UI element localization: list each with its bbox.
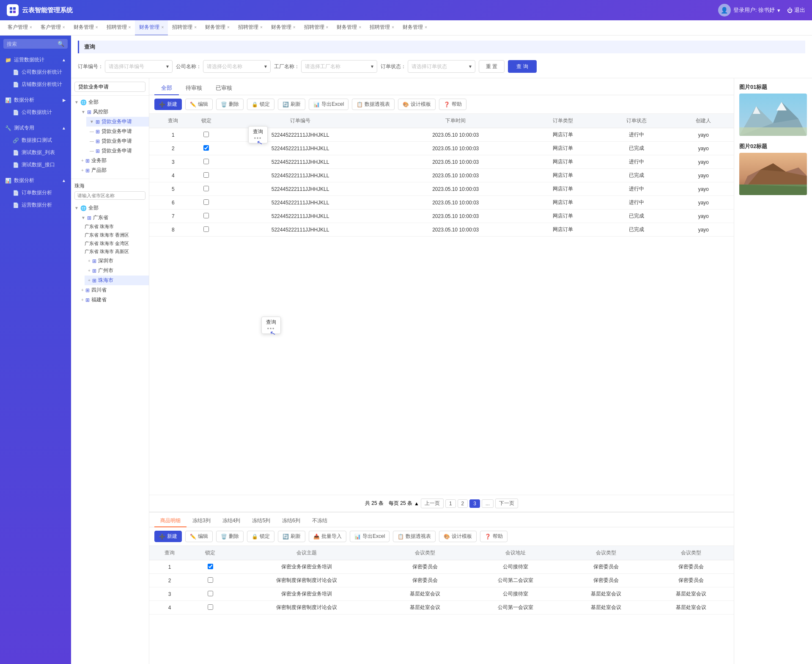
sidebar-item-order-analysis[interactable]: 📄 订单数据分析 bbox=[0, 187, 71, 199]
help-button[interactable]: ❓ 帮助 bbox=[439, 99, 466, 110]
tab-close-10[interactable]: × bbox=[359, 25, 361, 30]
search-button[interactable]: 查 询 bbox=[508, 60, 536, 73]
expand-icon-loan-2[interactable]: — bbox=[90, 129, 94, 134]
tree-node-zhuhai[interactable]: + ⊞ 珠海市 bbox=[85, 276, 149, 285]
data-tab-pending[interactable]: 待审核 bbox=[179, 82, 209, 95]
lock-button[interactable]: 🔒 锁定 bbox=[247, 99, 274, 110]
detail-refresh-button[interactable]: 🔄 刷新 bbox=[278, 531, 305, 542]
expand-icon-loan-4[interactable]: — bbox=[90, 149, 94, 153]
tab-close-9[interactable]: × bbox=[326, 25, 329, 30]
checkbox-5[interactable] bbox=[203, 186, 209, 191]
location-input[interactable] bbox=[74, 191, 145, 200]
expand-icon-fujian[interactable]: + bbox=[81, 298, 84, 302]
expand-icon-shenzhen[interactable]: + bbox=[88, 259, 91, 263]
tab-item-11[interactable]: 招聘管理 × bbox=[365, 20, 398, 36]
td-lock-3[interactable] bbox=[197, 155, 216, 169]
td-status-3[interactable]: 进行中 bbox=[600, 155, 673, 169]
td-status-4[interactable]: 已完成 bbox=[600, 169, 673, 182]
tab-item-2[interactable]: 财务管理 × bbox=[69, 20, 102, 36]
expand-icon-loan-3[interactable]: — bbox=[90, 139, 94, 143]
dtr-checkbox-2[interactable] bbox=[208, 577, 213, 583]
dtr-lock-4[interactable] bbox=[190, 601, 230, 614]
tab-close-2[interactable]: × bbox=[96, 25, 98, 30]
dtr-lock-1[interactable] bbox=[190, 560, 230, 574]
sidebar-group-header-test[interactable]: 🔧 测试专用 ▲ bbox=[0, 122, 71, 134]
td-lock-5[interactable] bbox=[197, 182, 216, 196]
sidebar-search-box[interactable]: 🔍 bbox=[3, 39, 68, 49]
detail-export-button[interactable]: 📊 导出Excel bbox=[350, 531, 390, 542]
tree-node-loan-2[interactable]: — ⊞ 贷款业务申请 bbox=[86, 127, 149, 136]
sidebar-search-input[interactable] bbox=[7, 41, 56, 47]
tab-item-4[interactable]: 财务管理 × bbox=[135, 20, 168, 36]
expand-icon-all-2[interactable]: ▼ bbox=[74, 206, 79, 210]
detail-new-button[interactable]: ➕ 新建 bbox=[154, 531, 182, 542]
logout-button[interactable]: ⏻ 退出 bbox=[787, 6, 805, 14]
tree-node-guangzhou[interactable]: + ⊞ 广州市 bbox=[85, 266, 149, 276]
expand-icon-guangzhou[interactable]: + bbox=[88, 268, 91, 273]
checkbox-8[interactable] bbox=[203, 226, 209, 232]
tab-item-5[interactable]: 招聘管理 × bbox=[168, 20, 201, 36]
new-button[interactable]: ➕ 新建 bbox=[154, 99, 182, 110]
delete-button[interactable]: 🗑️ 删除 bbox=[216, 99, 244, 110]
detail-design-button[interactable]: 🎨 设计模板 bbox=[439, 531, 477, 542]
tree-node-product[interactable]: + ⊞ 产品部 bbox=[78, 165, 149, 175]
tab-item-7[interactable]: 招聘管理 × bbox=[234, 20, 267, 36]
td-lock-7[interactable] bbox=[197, 209, 216, 223]
order-no-select[interactable]: 请选择订单编号 ▾ bbox=[105, 60, 173, 73]
expand-icon-loan-1[interactable]: ▼ bbox=[90, 119, 94, 124]
sidebar-item-company-data[interactable]: 📄 公司数据统计 bbox=[0, 106, 71, 118]
factory-select[interactable]: 请选择工厂名称 ▾ bbox=[301, 60, 377, 73]
tab-close-12[interactable]: × bbox=[425, 25, 427, 30]
page-btn-2[interactable]: 2 bbox=[458, 499, 468, 508]
dtr-checkbox-4[interactable] bbox=[208, 604, 213, 610]
expand-icon-risk[interactable]: ▼ bbox=[81, 110, 85, 114]
tree-node-sichuan[interactable]: + ⊞ 四川省 bbox=[78, 285, 149, 295]
data-tab-all[interactable]: 全部 bbox=[154, 82, 179, 95]
tab-item-1[interactable]: 客户管理 × bbox=[36, 20, 69, 36]
sidebar-group-header-data1[interactable]: 📊 数据分析 ▶ bbox=[0, 94, 71, 106]
expand-icon-zhuhai[interactable]: + bbox=[88, 278, 91, 283]
data-tab-reviewed[interactable]: 已审核 bbox=[209, 82, 239, 95]
refresh-button[interactable]: 🔄 刷新 bbox=[278, 99, 305, 110]
per-page-arrow[interactable]: ▲ bbox=[414, 501, 419, 507]
td-lock-4[interactable] bbox=[197, 169, 216, 182]
dtr-lock-3[interactable] bbox=[190, 587, 230, 601]
sidebar-item-company-stats[interactable]: 📄 公司数据分析统计 bbox=[0, 66, 71, 78]
tree-node-fujian[interactable]: + ⊞ 福建省 bbox=[78, 295, 149, 305]
td-lock-8[interactable] bbox=[197, 223, 216, 237]
dtr-checkbox-1[interactable] bbox=[208, 564, 213, 569]
tab-close-7[interactable]: × bbox=[260, 25, 263, 30]
tab-item-6[interactable]: 财务管理 × bbox=[201, 20, 234, 36]
td-status-7[interactable]: 已完成 bbox=[600, 209, 673, 223]
td-status-5[interactable]: 进行中 bbox=[600, 182, 673, 196]
tree-node-guangdong[interactable]: ▼ ⊞ 广东省 bbox=[78, 213, 149, 223]
detail-tab-freeze3[interactable]: 冻结3列 bbox=[187, 515, 217, 527]
dtr-lock-2[interactable] bbox=[190, 574, 230, 587]
tree-node-loan-4[interactable]: — ⊞ 贷款业务申请 bbox=[86, 146, 149, 156]
detail-tab-freeze5[interactable]: 冻结5列 bbox=[246, 515, 276, 527]
detail-tab-freeze4[interactable]: 冻结4列 bbox=[217, 515, 247, 527]
tab-close-6[interactable]: × bbox=[227, 25, 230, 30]
sidebar-item-store-stats[interactable]: 📄 店铺数据分析统计 bbox=[0, 78, 71, 91]
tab-item-10[interactable]: 财务管理 × bbox=[332, 20, 365, 36]
checkbox-2[interactable] bbox=[203, 145, 209, 151]
company-select[interactable]: 请选择公司名称 ▾ bbox=[203, 60, 271, 73]
tab-item-9[interactable]: 招聘管理 × bbox=[300, 20, 333, 36]
tab-close-3[interactable]: × bbox=[129, 25, 131, 30]
tab-close-8[interactable]: × bbox=[293, 25, 296, 30]
sidebar-item-api-test[interactable]: 🔗 数据接口测试 bbox=[0, 134, 71, 146]
tree-node-all[interactable]: ▼ 🌐 全部 bbox=[71, 97, 149, 107]
checkbox-7[interactable] bbox=[203, 213, 209, 218]
tab-close-4[interactable]: × bbox=[161, 25, 164, 30]
expand-icon-business[interactable]: + bbox=[81, 158, 84, 163]
tab-item-8[interactable]: 财务管理 × bbox=[267, 20, 300, 36]
tab-close-5[interactable]: × bbox=[194, 25, 197, 30]
detail-delete-button[interactable]: 🗑️ 删除 bbox=[216, 531, 244, 542]
edit-button[interactable]: ✏️ 编辑 bbox=[185, 99, 213, 110]
sidebar-item-test-list[interactable]: 📄 测试数据_列表 bbox=[0, 146, 71, 159]
tree-search-input[interactable] bbox=[74, 82, 145, 92]
td-status-8[interactable]: 已完成 bbox=[600, 223, 673, 237]
detail-tab-freeze6[interactable]: 冻结6列 bbox=[276, 515, 306, 527]
status-select[interactable]: 请选择订单状态 ▾ bbox=[408, 60, 475, 73]
sidebar-group-header-operations[interactable]: 📁 运营数据统计 ▲ bbox=[0, 54, 71, 66]
